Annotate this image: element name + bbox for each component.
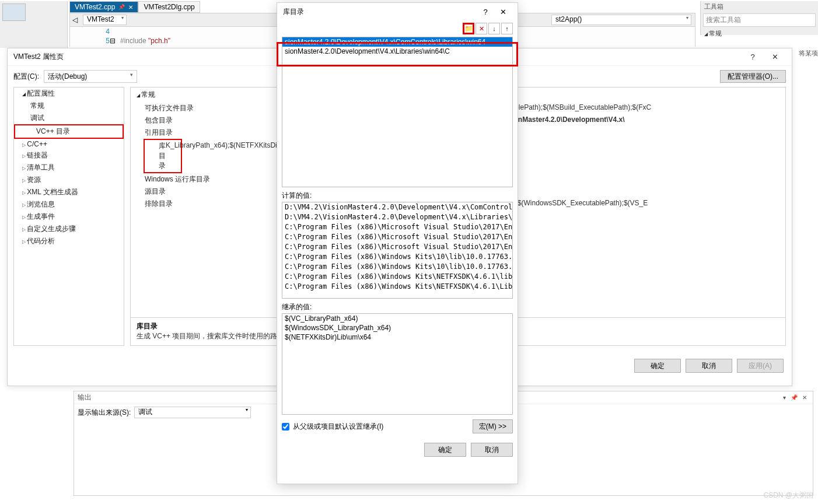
list-item: $(WindowsSDK_LibraryPath_x64) — [282, 323, 512, 332]
output-src-label: 显示输出来源(S): — [78, 408, 131, 418]
close-button[interactable]: ✕ — [764, 52, 786, 61]
tree-item-cpp[interactable]: C/C++ — [14, 139, 124, 149]
help-button[interactable]: ? — [477, 8, 494, 16]
ok-button[interactable]: 确定 — [634, 359, 681, 373]
list-item[interactable]: sionMaster4.2.0\Development\V4.x\Librari… — [282, 47, 512, 56]
help-button[interactable]: ? — [742, 52, 764, 61]
member-combo[interactable]: st2App() — [551, 15, 691, 25]
list-item: C:\Program Files (x86)\Windows Kits\NETF… — [282, 282, 512, 292]
pin-icon[interactable]: 📌 — [118, 4, 125, 10]
line-number: 5 — [99, 36, 110, 46]
watermark: CSDN @大粥国 — [763, 491, 813, 501]
inherit-checkbox-label[interactable]: 从父级或项目默认设置继承(I) — [282, 422, 383, 432]
tree-item-vcpp-dirs[interactable]: VC++ 目录 — [14, 124, 124, 139]
toolbox-search[interactable]: 搜索工具箱 — [703, 13, 816, 27]
tree-item-linker[interactable]: 链接器 — [14, 149, 124, 162]
left-dock — [0, 1, 68, 48]
thumbnail — [2, 4, 26, 21]
tree-item-build-events[interactable]: 生成事件 — [14, 211, 124, 223]
tree-item-browse[interactable]: 浏览信息 — [14, 198, 124, 211]
delete-button[interactable]: ✕ — [476, 23, 487, 34]
list-item: C:\Program Files (x86)\Windows Kits\10\l… — [282, 262, 512, 272]
calc-label: 计算的值: — [282, 191, 513, 201]
move-up-button[interactable]: ↑ — [501, 23, 513, 34]
toolbox-section[interactable]: 常规 — [701, 28, 818, 39]
property-tree[interactable]: 配置属性 常规 调试 VC++ 目录 C/C++ 链接器 清单工具 资源 XML… — [13, 87, 124, 346]
toolbox-panel: 工具箱 搜索工具箱 常规 — [700, 1, 818, 35]
list-item: C:\Program Files (x86)\Microsoft Visual … — [282, 222, 512, 232]
toolbox-title: 工具箱 — [701, 1, 818, 12]
lib-titlebar: 库目录 ? ✕ — [277, 3, 518, 20]
drag-hint: 将某项 — [799, 49, 818, 58]
tree-root[interactable]: 配置属性 — [14, 88, 124, 100]
apply-button: 应用(A) — [737, 359, 784, 373]
tree-item-manifest[interactable]: 清单工具 — [14, 162, 124, 174]
scope-combo[interactable]: VMTest2 — [83, 15, 127, 25]
list-item[interactable]: sionMaster4.2.0\Development\V4.x\ComCont… — [282, 37, 512, 47]
tree-item-code-analysis[interactable]: 代码分析 — [14, 235, 124, 247]
tab-active[interactable]: VMTest2.cpp 📌 ✕ — [69, 1, 138, 13]
list-item: D:\VM4.2\VisionMaster4.2.0\Development\V… — [282, 212, 512, 222]
list-item: C:\Program Files (x86)\Windows Kits\10\l… — [282, 252, 512, 262]
tab-label: VMTest2Dlg.cpp — [144, 3, 194, 11]
close-icon[interactable]: ✕ — [128, 4, 133, 10]
close-icon[interactable]: ✕ — [800, 394, 809, 401]
inherit-label: 继承的值: — [282, 302, 513, 312]
tree-item-custom-build[interactable]: 自定义生成步骤 — [14, 223, 124, 235]
config-manager-button[interactable]: 配置管理器(O)... — [720, 70, 786, 83]
row-library-dirs[interactable]: 库目录K_LibraryPath_x64);$(NETFXKitsDir)Lib… — [144, 139, 182, 173]
lib-path-list[interactable]: sionMaster4.2.0\Development\V4.x\ComCont… — [282, 37, 513, 187]
list-item: C:\Program Files (x86)\Microsoft Visual … — [282, 242, 512, 252]
list-item: $(VC_LibraryPath_x64) — [282, 314, 512, 323]
dropdown-icon[interactable]: ▾ — [781, 394, 788, 401]
config-combo[interactable]: 活动(Debug) — [44, 70, 137, 83]
ok-button[interactable]: 确定 — [424, 443, 466, 457]
inherited-values-list[interactable]: $(VC_LibraryPath_x64) $(WindowsSDK_Libra… — [282, 313, 513, 415]
config-label: 配置(C): — [13, 72, 39, 82]
lib-title: 库目录 — [283, 7, 477, 17]
move-down-button[interactable]: ↓ — [488, 23, 500, 34]
cancel-button[interactable]: 取消 — [686, 359, 732, 373]
list-item: C:\Program Files (x86)\Microsoft Visual … — [282, 232, 512, 242]
tab-label: VMTest2.cpp — [75, 3, 115, 11]
lib-buttons: 确定 取消 — [277, 438, 518, 461]
outline-collapse-icon[interactable]: ⊟ — [110, 36, 120, 46]
nav-back-icon[interactable]: ◁ — [72, 16, 81, 24]
output-src-combo[interactable]: 调试 — [134, 407, 251, 418]
inherit-checkbox[interactable] — [282, 423, 289, 430]
line-number: 4 — [99, 27, 110, 36]
document-tabs: VMTest2.cpp 📌 ✕ VMTest2Dlg.cpp — [69, 1, 200, 13]
folder-new-icon: 📁 — [464, 24, 473, 33]
tree-item-debug[interactable]: 调试 — [14, 112, 124, 124]
list-item: D:\VM4.2\VisionMaster4.2.0\Development\V… — [282, 202, 512, 212]
lib-toolbar: 📁 ✕ ↓ ↑ — [277, 20, 518, 37]
macros-button[interactable]: 宏(M) >> — [473, 419, 513, 433]
tab-inactive[interactable]: VMTest2Dlg.cpp — [138, 1, 200, 13]
tree-item-xml-doc[interactable]: XML 文档生成器 — [14, 186, 124, 198]
tree-item-general[interactable]: 常规 — [14, 100, 124, 112]
lib-bottom-row: 从父级或项目默认设置继承(I) 宏(M) >> — [277, 415, 518, 438]
list-item: C:\Program Files (x86)\Windows Kits\NETF… — [282, 272, 512, 282]
pin-icon[interactable]: 📌 — [788, 394, 800, 401]
new-line-button[interactable]: 📁 — [463, 23, 474, 34]
tree-item-resources[interactable]: 资源 — [14, 174, 124, 186]
list-item: $(NETFXKitsDir)Lib\um\x64 — [282, 332, 512, 342]
library-dirs-dialog: 库目录 ? ✕ 📁 ✕ ↓ ↑ sionMaster4.2.0\Developm… — [277, 2, 518, 484]
cancel-button[interactable]: 取消 — [471, 443, 513, 457]
calculated-values-list[interactable]: D:\VM4.2\VisionMaster4.2.0\Development\V… — [282, 202, 513, 299]
close-button[interactable]: ✕ — [494, 8, 512, 16]
